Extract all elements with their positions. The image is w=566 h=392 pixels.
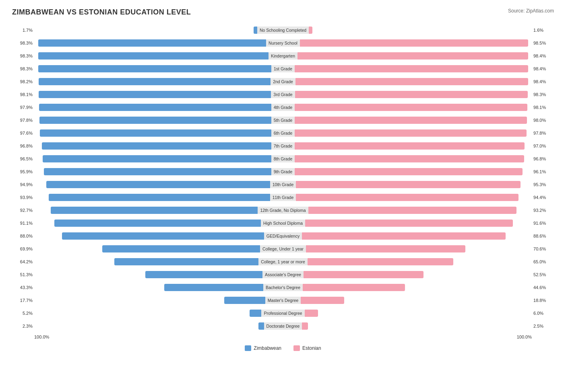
zimbabwean-bar [46, 181, 270, 188]
estonian-bar [296, 181, 521, 188]
left-bar-container [34, 168, 271, 175]
category-label: 2nd Grade [271, 78, 295, 85]
category-label: 4th Grade [271, 104, 295, 111]
bottom-right-label: 100.0% [517, 335, 532, 339]
left-bar-container [34, 117, 271, 124]
estonian-bar [295, 129, 527, 137]
left-bar-container [34, 207, 258, 214]
zimbabwean-bar [43, 155, 271, 162]
left-value: 97.9% [12, 105, 34, 110]
right-bar-container [295, 117, 532, 124]
chart-row: 96.8%7th Grade97.0% [12, 140, 554, 152]
right-value: 97.8% [532, 131, 554, 135]
right-value: 96.8% [532, 156, 554, 161]
zimbabwean-bar [42, 142, 271, 150]
category-label: 10th Grade [270, 181, 296, 188]
zimbabwean-bar [38, 52, 269, 60]
estonian-bar [302, 232, 506, 240]
left-bar-container [34, 322, 264, 330]
category-label: 8th Grade [271, 155, 295, 162]
category-label: No Schooling Completed [257, 27, 309, 34]
estonian-bar [305, 220, 513, 227]
zimbabwean-bar [51, 207, 258, 214]
category-label: 9th Grade [271, 168, 295, 175]
right-value: 70.6% [532, 246, 554, 251]
left-bar-container [34, 181, 270, 188]
right-bar-container [295, 104, 532, 111]
left-bar-container [34, 39, 266, 47]
legend: Zimbabwean Estonian [12, 345, 554, 351]
right-bar-container [295, 129, 532, 137]
left-value: 88.0% [12, 234, 34, 238]
chart-row: 51.3%Associate's Degree52.5% [12, 269, 554, 280]
right-bar-container [305, 310, 532, 317]
zimbabwean-bar [49, 194, 270, 201]
zimbabwean-bar [39, 104, 271, 111]
left-value: 97.8% [12, 118, 34, 123]
chart-row: 5.2%Professional Degree6.0% [12, 308, 554, 319]
left-bar-container [34, 271, 262, 278]
bottom-labels: 100.0% 100.0% [12, 335, 554, 339]
category-label: 11th Grade [270, 194, 296, 201]
category-label: Kindergarten [269, 52, 297, 60]
zimbabwean-bar [145, 271, 262, 278]
zimbabwean-bar [62, 232, 264, 240]
right-value: 98.4% [532, 53, 554, 58]
zimbabwean-bar [39, 117, 271, 124]
category-label: Associate's Degree [262, 271, 304, 278]
right-bar-container [295, 91, 532, 98]
chart-row: 97.9%4th Grade98.1% [12, 102, 554, 113]
estonian-bar [296, 194, 518, 201]
left-bar-container [34, 258, 258, 265]
right-value: 6.0% [532, 311, 554, 316]
estonian-bar [308, 207, 517, 214]
left-bar-container [34, 155, 271, 162]
chart-row: 98.3%Nursery School98.5% [12, 37, 554, 49]
chart-row: 93.9%11th Grade94.4% [12, 192, 554, 203]
chart-row: 95.9%9th Grade96.1% [12, 166, 554, 177]
left-value: 17.7% [12, 298, 34, 303]
category-label: 7th Grade [271, 142, 295, 150]
right-value: 98.1% [532, 105, 554, 110]
right-bar-container [305, 220, 532, 227]
chart-row: 98.1%3rd Grade98.3% [12, 89, 554, 100]
left-bar-container [34, 65, 271, 72]
right-bar-container [295, 142, 532, 150]
left-value: 97.6% [12, 131, 34, 135]
right-value: 94.4% [532, 195, 554, 200]
left-bar-container [34, 52, 269, 60]
left-bar-container [34, 220, 261, 227]
category-label: GED/Equivalency [264, 232, 302, 240]
left-bar-container [34, 27, 257, 34]
legend-zimbabwean-label: Zimbabwean [254, 345, 281, 351]
chart-row: 64.2%College, 1 year or more65.0% [12, 256, 554, 267]
zimbabwean-bar [254, 27, 257, 34]
right-value: 88.6% [532, 234, 554, 238]
left-value: 69.9% [12, 246, 34, 251]
right-value: 44.6% [532, 285, 554, 290]
right-value: 95.3% [532, 182, 554, 187]
zimbabwean-bar [54, 220, 261, 227]
estonian-bar [305, 310, 318, 317]
zimbabwean-bar [258, 322, 264, 330]
right-bar-container [300, 39, 532, 47]
chart-row: 98.2%2nd Grade98.4% [12, 76, 554, 87]
estonian-bar [309, 27, 312, 34]
left-value: 43.3% [12, 285, 34, 290]
zimbabwean-bar [224, 297, 265, 304]
zimbabwean-bar [164, 284, 263, 291]
zimbabwean-bar [39, 91, 271, 98]
category-label: 12th Grade, No Diploma [258, 207, 308, 214]
chart-row: 17.7%Master's Degree18.8% [12, 295, 554, 306]
chart-row: 96.5%8th Grade96.8% [12, 153, 554, 164]
right-value: 98.4% [532, 66, 554, 71]
right-value: 65.0% [532, 259, 554, 264]
category-label: High School Diploma [261, 220, 305, 227]
right-bar-container [296, 194, 532, 201]
left-value: 93.9% [12, 195, 34, 200]
right-bar-container [295, 155, 532, 162]
legend-estonian: Estonian [293, 345, 321, 351]
right-value: 96.1% [532, 169, 554, 174]
category-label: 1st Grade [271, 65, 295, 72]
estonian-bar [301, 297, 344, 304]
